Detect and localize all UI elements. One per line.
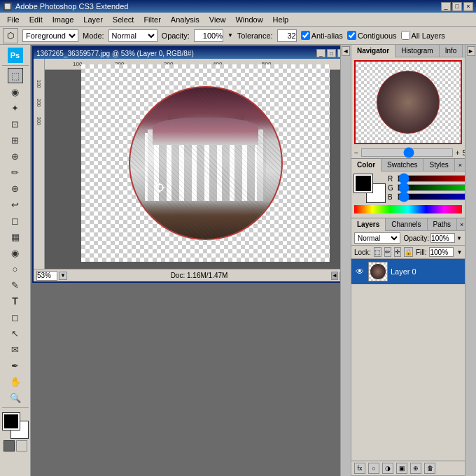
- menu-analysis[interactable]: Analysis: [167, 13, 204, 26]
- lock-image-btn[interactable]: ✏: [384, 247, 391, 257]
- tool-slice[interactable]: ⊞: [8, 132, 23, 148]
- doc-maximize-button[interactable]: □: [327, 49, 336, 57]
- tool-clone[interactable]: ⊕: [8, 181, 23, 196]
- screen-mode-btn[interactable]: [16, 440, 27, 451]
- color-spectrum[interactable]: [354, 205, 462, 214]
- zoom-display: ▼: [36, 271, 67, 281]
- zoom-input[interactable]: [36, 271, 57, 281]
- status-nav[interactable]: ◄ ►: [331, 272, 340, 280]
- opacity-arrow[interactable]: ▼: [227, 32, 233, 38]
- layers-tab[interactable]: Layers: [351, 218, 386, 231]
- zoom-menu-btn[interactable]: ▼: [59, 272, 67, 280]
- layer-0-row[interactable]: 👁 Layer 0: [351, 259, 465, 284]
- doc-minimize-button[interactable]: _: [316, 49, 326, 57]
- zoom-minus-btn[interactable]: −: [354, 149, 358, 157]
- tool-shape[interactable]: ◻: [8, 309, 23, 325]
- histogram-tab[interactable]: Histogram: [396, 45, 440, 57]
- layer-opacity-arrow[interactable]: ▼: [456, 235, 462, 241]
- left-toolbar: Ps ⬚ ◉ ✦ ⊡ ⊞ ⊕ ✏ ⊕ ↩ ◻ ▦ ◉ ○ ✎ T ◻ ↖ ✉ ✒…: [0, 45, 31, 476]
- menu-image[interactable]: Image: [48, 13, 78, 26]
- menu-edit[interactable]: Edit: [25, 13, 47, 26]
- minimize-button[interactable]: _: [441, 2, 451, 11]
- mode-dropdown[interactable]: Normal: [108, 29, 158, 42]
- channels-tab[interactable]: Channels: [386, 218, 427, 231]
- tool-pen[interactable]: ✎: [8, 277, 23, 293]
- canvas-area[interactable]: 100 200 300 400 500 100 200 300: [34, 59, 340, 269]
- tool-blur[interactable]: ◉: [8, 245, 23, 260]
- tool-lasso[interactable]: ◉: [8, 84, 23, 99]
- nav-prev-btn[interactable]: ◄: [331, 272, 338, 280]
- tool-eyedropper[interactable]: ✒: [8, 358, 23, 373]
- fg-color-preview[interactable]: [354, 174, 372, 192]
- panel-collapse-btn[interactable]: ◄: [342, 46, 350, 56]
- menu-help[interactable]: Help: [269, 13, 293, 26]
- menu-file[interactable]: File: [3, 13, 24, 26]
- close-button[interactable]: ×: [463, 2, 473, 11]
- quick-mode-row: [4, 440, 27, 451]
- r-channel: R 0: [388, 175, 476, 183]
- anti-alias-check[interactable]: Anti-alias: [301, 31, 343, 40]
- tolerance-input[interactable]: [277, 29, 297, 42]
- menu-filter[interactable]: Filter: [139, 13, 164, 26]
- color-tab[interactable]: Color: [351, 159, 382, 172]
- swatches-tab[interactable]: Swatches: [382, 159, 424, 172]
- opacity-row: Opacity: ▼: [403, 233, 462, 243]
- layer-visibility-btn[interactable]: 👁: [354, 266, 365, 277]
- navigator-tab-bar: Navigator Histogram Info ×: [351, 45, 465, 57]
- layer-opacity-input[interactable]: [430, 233, 455, 243]
- add-adjustment-btn[interactable]: ◑: [382, 463, 393, 474]
- title-bar-buttons[interactable]: _ □ ×: [441, 2, 473, 11]
- info-tab[interactable]: Info: [440, 45, 463, 57]
- tool-brush[interactable]: ✏: [8, 164, 23, 180]
- menu-layer[interactable]: Layer: [79, 13, 107, 26]
- canvas-content[interactable]: [81, 64, 330, 262]
- tool-history[interactable]: ↩: [8, 197, 23, 212]
- tool-icon: ⬡: [3, 28, 18, 43]
- menu-window[interactable]: Window: [231, 13, 267, 26]
- fill-arrow[interactable]: ▼: [456, 249, 462, 255]
- lock-all-btn[interactable]: 🔒: [404, 247, 413, 257]
- tool-hand[interactable]: ✋: [8, 374, 23, 389]
- tool-eraser[interactable]: ◻: [8, 213, 23, 228]
- styles-tab[interactable]: Styles: [424, 159, 454, 172]
- tool-notes[interactable]: ✉: [8, 342, 23, 357]
- quick-mask-btn[interactable]: [4, 440, 15, 451]
- tool-healing[interactable]: ⊕: [8, 148, 23, 164]
- zoom-plus-btn[interactable]: +: [456, 149, 460, 157]
- all-layers-check[interactable]: All Layers: [401, 31, 445, 40]
- nav-next-btn[interactable]: ►: [340, 272, 340, 280]
- menu-select[interactable]: Select: [108, 13, 139, 26]
- tool-dodge[interactable]: ○: [8, 261, 23, 276]
- lock-transparency-btn[interactable]: ⬚: [374, 247, 382, 257]
- doc-close-button[interactable]: ×: [337, 49, 340, 57]
- tool-text[interactable]: T: [8, 293, 23, 309]
- foreground-color-swatch[interactable]: [3, 413, 20, 430]
- lock-position-btn[interactable]: ✛: [394, 247, 401, 257]
- tool-gradient[interactable]: ▦: [8, 229, 23, 244]
- contiguous-check[interactable]: Contiguous: [347, 31, 397, 40]
- delete-layer-btn[interactable]: 🗑: [424, 463, 435, 474]
- tool-zoom[interactable]: 🔍: [8, 390, 23, 405]
- opacity-input[interactable]: [194, 29, 223, 42]
- add-group-btn[interactable]: ▣: [396, 463, 407, 474]
- blend-mode-select[interactable]: Normal: [354, 232, 400, 244]
- document-title-buttons[interactable]: _ □ ×: [316, 49, 340, 57]
- paths-tab[interactable]: Paths: [428, 218, 458, 231]
- maximize-button[interactable]: □: [452, 2, 462, 11]
- tool-marquee[interactable]: ⬚: [8, 68, 23, 83]
- zoom-slider[interactable]: [361, 148, 453, 157]
- add-mask-btn[interactable]: ○: [368, 463, 379, 474]
- fill-input[interactable]: [429, 247, 454, 257]
- mode-label: Mode:: [83, 31, 104, 40]
- add-layer-btn[interactable]: ⊕: [410, 463, 421, 474]
- menu-view[interactable]: View: [205, 13, 230, 26]
- add-style-btn[interactable]: fx: [354, 463, 365, 474]
- b-label: B: [388, 193, 395, 201]
- foreground-dropdown[interactable]: Foreground: [22, 29, 78, 42]
- tool-crop[interactable]: ⊡: [8, 116, 23, 132]
- right-panel-collapse-btn[interactable]: ►: [467, 46, 475, 56]
- color-panel-close[interactable]: ×: [456, 162, 465, 169]
- tool-path-select[interactable]: ↖: [8, 326, 23, 341]
- tool-magic-wand[interactable]: ✦: [8, 100, 23, 115]
- navigator-tab[interactable]: Navigator: [351, 45, 396, 57]
